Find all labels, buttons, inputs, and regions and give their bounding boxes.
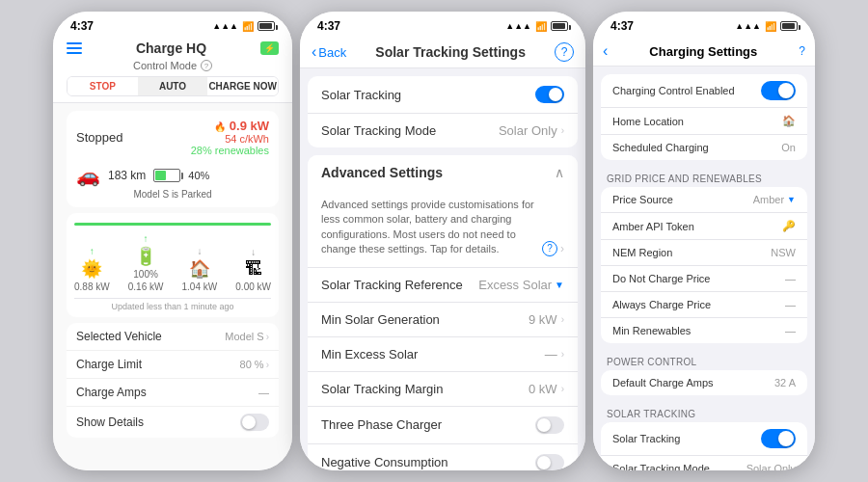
price-source-row[interactable]: Price Source Amber ▼: [601, 187, 807, 213]
nem-region-label: NEM Region: [612, 247, 672, 258]
solar-arrow: ↑: [90, 246, 95, 256]
power-control-group-label: Power Control: [593, 351, 815, 370]
time-left: 4:37: [70, 19, 94, 33]
amber-api-value: 🔑: [782, 220, 796, 232]
left-header: Charge HQ ⚡ Control Mode ? STOP AUTO CHA…: [53, 37, 292, 103]
negative-consumption-row[interactable]: Negative Consumption: [308, 444, 578, 470]
right-section-solar: Solar Tracking Solar Tracking Mode Solar…: [601, 422, 807, 470]
min-solar-generation-value: 9 kW ›: [529, 312, 564, 327]
charge-amps-value: —: [258, 387, 269, 398]
default-charge-amps-row[interactable]: Default Charge Amps 32 A: [601, 370, 807, 395]
solar-tracking-margin-value: 0 kW ›: [529, 382, 564, 396]
mid-nav: ‹ Back Solar Tracking Settings ?: [300, 37, 585, 68]
amber-api-row[interactable]: Amber API Token 🔑: [601, 213, 807, 240]
selected-vehicle-row[interactable]: Selected Vehicle Model S ›: [67, 323, 279, 351]
range-value: 183 km: [108, 169, 146, 182]
app-title: Charge HQ: [136, 40, 206, 56]
status-bar-middle: 4:37 ▲▲▲ 📶: [300, 12, 585, 37]
show-details-row[interactable]: Show Details: [67, 407, 279, 438]
negative-consumption-toggle[interactable]: [535, 454, 564, 470]
solar-tracking-toggle[interactable]: [535, 86, 564, 103]
selected-vehicle-value: Model S ›: [225, 331, 269, 342]
advanced-help-icon[interactable]: ?: [542, 241, 557, 256]
solar-tracking-reference-row[interactable]: Solar Tracking Reference Excess Solar ▼: [308, 268, 578, 303]
solar-val: 0.88 kW: [74, 281, 110, 292]
min-solar-generation-row[interactable]: Min Solar Generation 9 kW ›: [308, 303, 578, 337]
advanced-chevron: ›: [560, 241, 564, 257]
signal-icon: ▲▲▲: [212, 21, 238, 31]
menu-icon[interactable]: [67, 42, 82, 54]
right-solar-tracking-row[interactable]: Solar Tracking: [601, 422, 807, 456]
advanced-desc-text: Advanced settings provide customisations…: [321, 198, 542, 257]
advanced-header[interactable]: Advanced Settings ∧: [308, 155, 578, 190]
right-nav: ‹ Charging Settings ?: [593, 37, 815, 67]
min-solar-generation-label: Min Solar Generation: [321, 312, 440, 327]
charge-amps-row[interactable]: Charge Amps —: [67, 379, 279, 407]
min-excess-solar-label: Min Excess Solar: [321, 347, 418, 362]
car-icon: 🚗: [76, 164, 100, 187]
charge-now-button[interactable]: CHARGE NOW: [207, 77, 278, 95]
solar-tracking-margin-label: Solar Tracking Margin: [321, 382, 443, 396]
three-phase-charger-row[interactable]: Three Phase Charger: [308, 407, 578, 444]
grid-arrow: ↓: [251, 247, 256, 257]
min-renewables-row[interactable]: Min Renewables —: [601, 318, 807, 343]
solar-tracking-mode-row[interactable]: Solar Tracking Mode Solar Only ›: [308, 114, 578, 147]
nem-region-row[interactable]: NEM Region NSW: [601, 240, 807, 266]
solar-tracking-row[interactable]: Solar Tracking: [308, 76, 578, 114]
solar-energy-item: ↑ 🌞 0.88 kW: [74, 246, 110, 292]
charge-limit-row[interactable]: Charge Limit 80 % ›: [67, 351, 279, 379]
solar-tracking-reference-label: Solar Tracking Reference: [321, 278, 463, 292]
always-charge-row[interactable]: Always Charge Price —: [601, 292, 807, 318]
show-details-toggle[interactable]: [240, 414, 269, 431]
home-location-row[interactable]: Home Location 🏠: [601, 108, 807, 135]
right-nav-title: Charging Settings: [608, 44, 799, 59]
right-solar-tracking-toggle[interactable]: [761, 429, 796, 448]
three-phase-charger-toggle[interactable]: [535, 416, 564, 434]
control-mode-label: Control Mode ?: [67, 60, 279, 71]
control-mode-help-icon[interactable]: ?: [201, 60, 212, 71]
help-button-mid[interactable]: ?: [555, 42, 574, 62]
grid-val: 0.00 kW: [235, 281, 271, 292]
settings-list: Selected Vehicle Model S › Charge Limit …: [67, 323, 279, 438]
min-renewables-label: Min Renewables: [612, 325, 691, 336]
solar-icon: 🌞: [81, 258, 102, 280]
car-row: 🚗 183 km 40%: [76, 164, 269, 187]
right-solar-mode-row[interactable]: Solar Tracking Mode Solar Only: [601, 456, 807, 470]
help-button-right[interactable]: ?: [799, 44, 805, 58]
back-button-mid[interactable]: ‹ Back: [312, 44, 346, 60]
always-charge-value: —: [785, 299, 796, 310]
mode-buttons: STOP AUTO CHARGE NOW: [67, 76, 279, 96]
advanced-title: Advanced Settings: [321, 165, 443, 180]
back-chevron-mid: ‹: [312, 44, 316, 60]
charging-control-toggle[interactable]: [761, 81, 796, 100]
scheduled-charging-value: On: [781, 142, 796, 153]
solar-tracking-mode-value: Solar Only ›: [499, 123, 564, 138]
stop-button[interactable]: STOP: [68, 77, 138, 95]
solar-tracking-section: Solar Tracking Solar Tracking Mode Solar…: [308, 76, 578, 147]
right-section-grid: Price Source Amber ▼ Amber API Token 🔑 N…: [601, 187, 807, 343]
show-details-label: Show Details: [76, 415, 144, 429]
charging-control-row[interactable]: Charging Control Enabled: [601, 74, 807, 108]
energy-items-row: ↑ 🌞 0.88 kW ↑ 🔋 100% 0.16 kW ↓ 🏠 1.04 kW: [74, 228, 271, 292]
parked-label: Model S is Parked: [76, 189, 269, 200]
min-excess-solar-row[interactable]: Min Excess Solar — ›: [308, 337, 578, 372]
right-solar-mode-value: Solar Only: [746, 463, 796, 470]
battery-kw-val: 0.16 kW: [128, 281, 164, 292]
min-renewables-value: —: [785, 325, 796, 336]
always-charge-label: Always Charge Price: [612, 299, 711, 310]
auto-button[interactable]: AUTO: [138, 77, 208, 95]
renewables-value: 28% renewables: [191, 145, 269, 156]
grid-energy-item: ↓ 🏗 0.00 kW: [235, 247, 271, 292]
update-msg: Updated less than 1 minute ago: [74, 302, 271, 311]
do-not-charge-row[interactable]: Do Not Charge Price —: [601, 266, 807, 292]
status-bar-left: 4:37 ▲▲▲ 📶: [53, 12, 292, 37]
do-not-charge-label: Do Not Charge Price: [612, 273, 711, 284]
back-label-mid: Back: [318, 45, 346, 60]
right-section-main: Charging Control Enabled Home Location 🏠…: [601, 74, 807, 160]
charging-control-label: Charging Control Enabled: [612, 85, 735, 96]
solar-tracking-mode-label: Solar Tracking Mode: [321, 123, 436, 138]
solar-tracking-margin-row[interactable]: Solar Tracking Margin 0 kW ›: [308, 372, 578, 407]
scheduled-charging-row[interactable]: Scheduled Charging On: [601, 135, 807, 160]
solar-tracking-reference-value: Excess Solar ▼: [478, 278, 564, 292]
power-value: 🔥 0.9 kW: [214, 119, 269, 133]
